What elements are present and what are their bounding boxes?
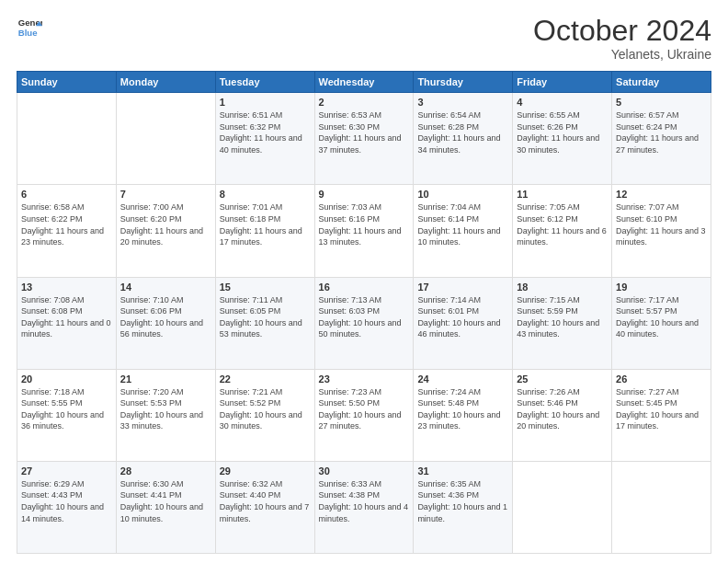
day-cell: 13Sunrise: 7:08 AM Sunset: 6:08 PM Dayli… xyxy=(17,277,117,369)
day-info: Sunrise: 7:20 AM Sunset: 5:53 PM Dayligh… xyxy=(120,386,211,432)
day-number: 5 xyxy=(616,97,707,108)
day-number: 25 xyxy=(517,373,608,385)
logo-icon: General Blue xyxy=(17,15,42,40)
day-cell: 19Sunrise: 7:17 AM Sunset: 5:57 PM Dayli… xyxy=(612,277,711,369)
header-thursday: Thursday xyxy=(414,72,513,93)
day-info: Sunrise: 6:54 AM Sunset: 6:28 PM Dayligh… xyxy=(417,109,508,155)
day-info: Sunrise: 7:03 AM Sunset: 6:16 PM Dayligh… xyxy=(319,201,410,247)
day-info: Sunrise: 7:00 AM Sunset: 6:20 PM Dayligh… xyxy=(120,201,211,247)
day-cell: 31Sunrise: 6:35 AM Sunset: 4:36 PM Dayli… xyxy=(414,461,513,553)
day-number: 1 xyxy=(220,97,311,108)
day-number: 30 xyxy=(319,465,410,477)
day-cell: 29Sunrise: 6:32 AM Sunset: 4:40 PM Dayli… xyxy=(215,461,314,553)
day-number: 20 xyxy=(21,373,112,385)
week-row-5: 27Sunrise: 6:29 AM Sunset: 4:43 PM Dayli… xyxy=(17,461,711,553)
day-info: Sunrise: 7:11 AM Sunset: 6:05 PM Dayligh… xyxy=(220,294,311,340)
day-cell: 15Sunrise: 7:11 AM Sunset: 6:05 PM Dayli… xyxy=(215,277,314,369)
day-cell xyxy=(513,461,612,553)
week-row-2: 6Sunrise: 6:58 AM Sunset: 6:22 PM Daylig… xyxy=(17,185,711,277)
day-cell: 26Sunrise: 7:27 AM Sunset: 5:45 PM Dayli… xyxy=(612,369,711,461)
day-info: Sunrise: 7:26 AM Sunset: 5:46 PM Dayligh… xyxy=(517,386,608,432)
header-monday: Monday xyxy=(116,72,215,93)
day-number: 14 xyxy=(120,282,211,293)
day-info: Sunrise: 6:53 AM Sunset: 6:30 PM Dayligh… xyxy=(319,109,410,155)
calendar-body: 1Sunrise: 6:51 AM Sunset: 6:32 PM Daylig… xyxy=(17,93,711,554)
day-cell: 21Sunrise: 7:20 AM Sunset: 5:53 PM Dayli… xyxy=(116,369,215,461)
week-row-4: 20Sunrise: 7:18 AM Sunset: 5:55 PM Dayli… xyxy=(17,369,711,461)
day-info: Sunrise: 7:05 AM Sunset: 6:12 PM Dayligh… xyxy=(517,201,608,247)
header-row: Sunday Monday Tuesday Wednesday Thursday… xyxy=(17,72,711,93)
day-cell: 12Sunrise: 7:07 AM Sunset: 6:10 PM Dayli… xyxy=(612,185,711,277)
week-row-3: 13Sunrise: 7:08 AM Sunset: 6:08 PM Dayli… xyxy=(17,277,711,369)
day-info: Sunrise: 7:08 AM Sunset: 6:08 PM Dayligh… xyxy=(21,294,112,340)
header-wednesday: Wednesday xyxy=(314,72,414,93)
location: Yelanets, Ukraine xyxy=(533,47,711,62)
svg-text:Blue: Blue xyxy=(18,28,38,38)
day-number: 26 xyxy=(616,373,707,385)
day-cell: 6Sunrise: 6:58 AM Sunset: 6:22 PM Daylig… xyxy=(17,185,117,277)
day-cell: 4Sunrise: 6:55 AM Sunset: 6:26 PM Daylig… xyxy=(513,93,612,185)
day-info: Sunrise: 6:57 AM Sunset: 6:24 PM Dayligh… xyxy=(616,109,707,155)
title-block: October 2024 Yelanets, Ukraine xyxy=(533,15,711,62)
day-number: 18 xyxy=(517,282,608,293)
day-info: Sunrise: 7:01 AM Sunset: 6:18 PM Dayligh… xyxy=(220,201,311,247)
day-number: 9 xyxy=(319,189,410,200)
day-info: Sunrise: 7:18 AM Sunset: 5:55 PM Dayligh… xyxy=(21,386,112,432)
day-cell: 27Sunrise: 6:29 AM Sunset: 4:43 PM Dayli… xyxy=(17,461,117,553)
day-cell: 9Sunrise: 7:03 AM Sunset: 6:16 PM Daylig… xyxy=(314,185,414,277)
day-number: 19 xyxy=(616,282,707,293)
day-cell: 5Sunrise: 6:57 AM Sunset: 6:24 PM Daylig… xyxy=(612,93,711,185)
day-cell: 22Sunrise: 7:21 AM Sunset: 5:52 PM Dayli… xyxy=(215,369,314,461)
header-saturday: Saturday xyxy=(612,72,711,93)
day-number: 27 xyxy=(21,465,112,477)
day-info: Sunrise: 7:10 AM Sunset: 6:06 PM Dayligh… xyxy=(120,294,211,340)
day-cell: 23Sunrise: 7:23 AM Sunset: 5:50 PM Dayli… xyxy=(314,369,414,461)
day-cell: 1Sunrise: 6:51 AM Sunset: 6:32 PM Daylig… xyxy=(215,93,314,185)
day-number: 2 xyxy=(319,97,410,108)
day-number: 16 xyxy=(319,282,410,293)
day-info: Sunrise: 7:17 AM Sunset: 5:57 PM Dayligh… xyxy=(616,294,707,340)
header-friday: Friday xyxy=(513,72,612,93)
day-cell: 20Sunrise: 7:18 AM Sunset: 5:55 PM Dayli… xyxy=(17,369,117,461)
header-sunday: Sunday xyxy=(17,72,117,93)
day-number: 15 xyxy=(220,282,311,293)
calendar-table: Sunday Monday Tuesday Wednesday Thursday… xyxy=(17,71,711,554)
day-info: Sunrise: 7:13 AM Sunset: 6:03 PM Dayligh… xyxy=(319,294,410,340)
day-number: 12 xyxy=(616,189,707,200)
day-info: Sunrise: 7:04 AM Sunset: 6:14 PM Dayligh… xyxy=(417,201,508,247)
day-number: 10 xyxy=(417,189,508,200)
day-cell: 3Sunrise: 6:54 AM Sunset: 6:28 PM Daylig… xyxy=(414,93,513,185)
day-cell: 11Sunrise: 7:05 AM Sunset: 6:12 PM Dayli… xyxy=(513,185,612,277)
day-cell: 25Sunrise: 7:26 AM Sunset: 5:46 PM Dayli… xyxy=(513,369,612,461)
day-info: Sunrise: 6:51 AM Sunset: 6:32 PM Dayligh… xyxy=(220,109,311,155)
day-info: Sunrise: 7:23 AM Sunset: 5:50 PM Dayligh… xyxy=(319,386,410,432)
day-cell: 16Sunrise: 7:13 AM Sunset: 6:03 PM Dayli… xyxy=(314,277,414,369)
day-cell: 28Sunrise: 6:30 AM Sunset: 4:41 PM Dayli… xyxy=(116,461,215,553)
day-number: 24 xyxy=(417,373,508,385)
logo: General Blue xyxy=(17,15,42,40)
day-info: Sunrise: 7:15 AM Sunset: 5:59 PM Dayligh… xyxy=(517,294,608,340)
month-title: October 2024 xyxy=(533,15,711,47)
day-number: 4 xyxy=(517,97,608,108)
day-info: Sunrise: 7:07 AM Sunset: 6:10 PM Dayligh… xyxy=(616,201,707,247)
day-cell: 8Sunrise: 7:01 AM Sunset: 6:18 PM Daylig… xyxy=(215,185,314,277)
day-info: Sunrise: 6:33 AM Sunset: 4:38 PM Dayligh… xyxy=(319,478,410,524)
week-row-1: 1Sunrise: 6:51 AM Sunset: 6:32 PM Daylig… xyxy=(17,93,711,185)
day-number: 23 xyxy=(319,373,410,385)
day-number: 29 xyxy=(220,465,311,477)
day-info: Sunrise: 6:30 AM Sunset: 4:41 PM Dayligh… xyxy=(120,478,211,524)
calendar-header: Sunday Monday Tuesday Wednesday Thursday… xyxy=(17,72,711,93)
day-info: Sunrise: 7:21 AM Sunset: 5:52 PM Dayligh… xyxy=(220,386,311,432)
day-number: 8 xyxy=(220,189,311,200)
day-number: 22 xyxy=(220,373,311,385)
day-number: 28 xyxy=(120,465,211,477)
day-info: Sunrise: 7:24 AM Sunset: 5:48 PM Dayligh… xyxy=(417,386,508,432)
day-info: Sunrise: 7:27 AM Sunset: 5:45 PM Dayligh… xyxy=(616,386,707,432)
day-number: 31 xyxy=(417,465,508,477)
page-header: General Blue October 2024 Yelanets, Ukra… xyxy=(17,15,711,62)
day-cell: 10Sunrise: 7:04 AM Sunset: 6:14 PM Dayli… xyxy=(414,185,513,277)
day-cell: 14Sunrise: 7:10 AM Sunset: 6:06 PM Dayli… xyxy=(116,277,215,369)
day-number: 21 xyxy=(120,373,211,385)
day-number: 7 xyxy=(120,189,211,200)
day-info: Sunrise: 6:58 AM Sunset: 6:22 PM Dayligh… xyxy=(21,201,112,247)
